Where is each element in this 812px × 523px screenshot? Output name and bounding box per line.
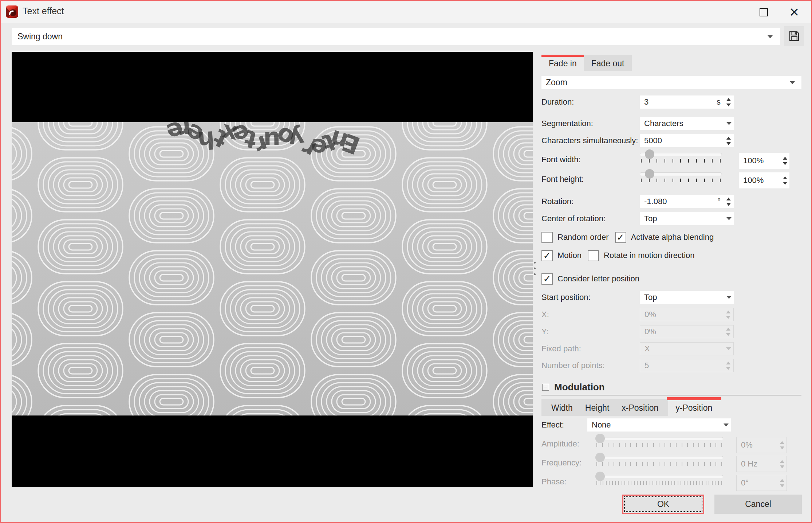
save-button[interactable]: [784, 26, 804, 46]
characters-simultaneously-spinner[interactable]: [726, 137, 732, 145]
rotation-label: Rotation:: [541, 197, 640, 206]
fixed-path-select: X: [640, 342, 734, 355]
text-effect-dialog: Text effect × Swing down: [0, 0, 812, 523]
rotation-spinner[interactable]: [726, 198, 732, 206]
number-of-points-label: Number of points:: [541, 361, 640, 370]
modulation-header: − Modulation: [541, 382, 801, 395]
save-icon: [788, 30, 800, 42]
maximize-button[interactable]: [752, 1, 776, 23]
checkbox-icon: [588, 250, 599, 261]
slider-thumb: [595, 453, 605, 462]
effect-label: Effect:: [541, 420, 587, 430]
y-row: Y: 0%: [541, 325, 801, 338]
alpha-blending-checkbox[interactable]: Activate alpha blending: [615, 232, 714, 243]
dialog-footer: OK Cancel: [622, 495, 802, 514]
start-position-select[interactable]: Top: [640, 291, 734, 304]
rotation-input[interactable]: -1.080 °: [640, 195, 734, 208]
checkbox-icon: [541, 232, 553, 243]
font-width-value[interactable]: 100%: [739, 153, 789, 169]
characters-simultaneously-input[interactable]: 5000: [640, 134, 734, 147]
font-width-slider[interactable]: [640, 153, 722, 163]
ok-button[interactable]: OK: [622, 495, 704, 514]
y-spinner: [725, 328, 731, 336]
preset-value: Swing down: [17, 32, 768, 42]
rotation-row: Rotation: -1.080 °: [541, 195, 801, 208]
font-height-row: Font height: 100%: [541, 172, 801, 189]
letter-position-checkbox[interactable]: Consider letter position: [541, 273, 639, 285]
font-width-row: Font width: 100%: [541, 152, 801, 169]
frequency-row: Frequency: 0 Hz: [541, 455, 801, 473]
x-input: 0%: [640, 308, 734, 321]
amplitude-label: Amplitude:: [541, 439, 595, 449]
preset-select[interactable]: Swing down: [12, 28, 780, 45]
rotate-motion-checkbox[interactable]: Rotate in motion direction: [588, 250, 694, 261]
cancel-button[interactable]: Cancel: [714, 495, 802, 514]
segmentation-label: Segmentation:: [541, 119, 640, 128]
fixed-path-label: Fixed path:: [541, 344, 640, 354]
characters-simultaneously-label: Characters simultaneously:: [541, 136, 640, 145]
segmentation-row: Segmentation: Characters: [541, 117, 801, 130]
slider-thumb[interactable]: [645, 169, 654, 179]
start-position-label: Start position:: [541, 293, 640, 302]
fade-tabs: Fade in Fade out: [541, 55, 801, 71]
tab-y-position[interactable]: y-Position: [668, 399, 720, 416]
app-icon: [6, 5, 18, 18]
effect-select[interactable]: None: [587, 418, 731, 432]
center-of-rotation-select[interactable]: Top: [640, 212, 734, 225]
number-of-points-input: 5: [640, 359, 734, 372]
slider-thumb: [595, 472, 605, 481]
tab-x-position[interactable]: x-Position: [615, 403, 665, 413]
animation-select[interactable]: Zoom: [541, 76, 801, 89]
font-height-slider[interactable]: [640, 172, 722, 182]
font-width-spinner[interactable]: [782, 157, 788, 165]
segmentation-select[interactable]: Characters: [640, 117, 734, 130]
effect-row: Effect: None: [541, 418, 801, 432]
phase-value: 0°: [736, 475, 787, 491]
chevron-down-icon: [726, 122, 732, 125]
splitter-handle[interactable]: [534, 262, 536, 275]
collapse-icon[interactable]: −: [542, 384, 549, 391]
x-label: X:: [541, 310, 640, 319]
duration-spinner[interactable]: [726, 98, 732, 106]
chevron-down-icon: [724, 424, 729, 426]
chevron-down-icon: [726, 296, 732, 299]
duration-row: Duration: 3 s: [541, 95, 801, 109]
tab-fade-in[interactable]: Fade in: [541, 55, 584, 71]
characters-simultaneously-row: Characters simultaneously: 5000: [541, 134, 801, 147]
y-label: Y:: [541, 327, 640, 336]
phase-spinner: [779, 479, 785, 487]
checkbox-row-1: Random order Activate alpha blending: [541, 231, 801, 243]
center-of-rotation-label: Center of rotation:: [541, 214, 640, 223]
font-height-spinner[interactable]: [782, 176, 788, 185]
x-spinner: [725, 311, 731, 319]
settings-panel: Fade in Fade out Zoom Duration: 3 s Segm…: [541, 55, 801, 492]
center-of-rotation-row: Center of rotation: Top: [541, 212, 801, 225]
tab-width[interactable]: Width: [545, 403, 579, 413]
checkbox-icon: [615, 232, 626, 243]
titlebar: Text effect ×: [1, 1, 811, 23]
frequency-slider: [595, 456, 723, 466]
number-of-points-spinner: [725, 362, 731, 370]
amplitude-value: 0%: [736, 437, 787, 453]
close-icon: ×: [789, 4, 799, 20]
font-height-value[interactable]: 100%: [739, 172, 789, 188]
fixed-path-row: Fixed path: X: [541, 342, 801, 355]
random-order-checkbox[interactable]: Random order: [541, 232, 609, 243]
chevron-down-icon: [768, 35, 773, 38]
frequency-value: 0 Hz: [736, 456, 787, 472]
phase-row: Phase: 0°: [541, 474, 801, 492]
tab-fade-out[interactable]: Fade out: [584, 55, 632, 71]
font-height-label: Font height:: [541, 175, 640, 184]
start-position-row: Start position: Top: [541, 291, 801, 304]
frequency-label: Frequency:: [541, 458, 595, 468]
slider-thumb: [595, 434, 605, 443]
tab-height[interactable]: Height: [579, 403, 615, 413]
duration-input[interactable]: 3 s: [640, 95, 734, 109]
phase-label: Phase:: [541, 477, 595, 487]
number-of-points-row: Number of points: 5: [541, 359, 801, 372]
modulation-tabs: Width Height x-Position y-Position: [541, 399, 801, 416]
slider-thumb[interactable]: [645, 149, 654, 159]
chevron-down-icon: [726, 347, 731, 350]
close-button[interactable]: ×: [782, 1, 806, 23]
motion-checkbox[interactable]: Motion: [541, 250, 582, 261]
